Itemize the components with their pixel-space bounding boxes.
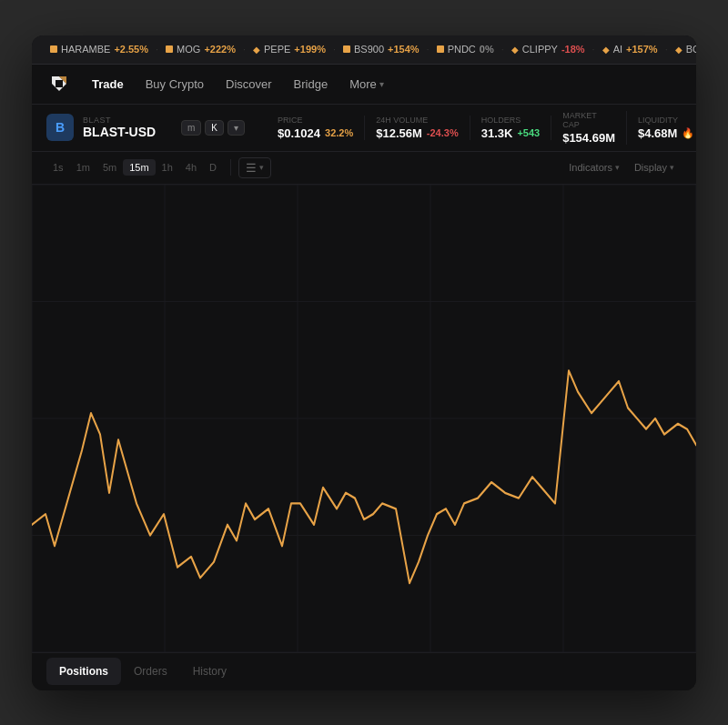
price-line bbox=[32, 370, 696, 583]
key-k-button[interactable]: K bbox=[205, 120, 224, 136]
nav-bridge[interactable]: Bridge bbox=[285, 72, 338, 96]
holders-value: 31.3K bbox=[481, 126, 513, 140]
nav-more[interactable]: More ▾ bbox=[340, 72, 393, 96]
chart-type-icon: ☰ bbox=[246, 161, 257, 175]
stat-market-cap: Market Cap $154.69M bbox=[551, 111, 627, 145]
ticker-item-mog[interactable]: MOG +222% bbox=[158, 44, 243, 55]
timeframe-1s[interactable]: 1s bbox=[46, 159, 70, 176]
ticker-item-pndc[interactable]: PNDC 0% bbox=[430, 44, 501, 55]
token-controls: m K ▾ bbox=[181, 120, 245, 136]
key-m-button[interactable]: m bbox=[181, 120, 201, 136]
timeframe-4h[interactable]: 4h bbox=[179, 159, 203, 176]
token-dropdown[interactable]: ▾ bbox=[228, 120, 245, 136]
token-name-block: BLAST BLAST-USD bbox=[83, 116, 156, 139]
token-bar: B BLAST BLAST-USD m K ▾ Price $0.1024 32… bbox=[32, 105, 696, 152]
ticker-item-harambe[interactable]: HARAMBE +2.55% bbox=[43, 44, 156, 55]
holders-change: +543 bbox=[517, 127, 540, 138]
tab-history[interactable]: History bbox=[180, 658, 239, 685]
token-full-name: BLAST-USD bbox=[83, 125, 156, 139]
liquidity-value: $4.68M bbox=[638, 126, 677, 140]
diamond-icon: ◆ bbox=[602, 45, 610, 55]
timeframe-15m[interactable]: 15m bbox=[123, 159, 155, 176]
stat-volume: 24h volume $12.56M -24.3% bbox=[365, 116, 470, 140]
stat-holders: Holders 31.3K +543 bbox=[470, 116, 551, 140]
chevron-down-icon: ▾ bbox=[379, 79, 384, 89]
token-label: BLAST bbox=[83, 116, 156, 125]
nav-trade[interactable]: Trade bbox=[83, 72, 133, 96]
tab-positions[interactable]: Positions bbox=[46, 658, 121, 685]
app-window: HARAMBE +2.55% · MOG +222% · ◆ PEPE +199… bbox=[32, 35, 696, 690]
price-chart bbox=[32, 185, 696, 652]
ticker-item-bobo[interactable]: ◆ BOBO +133% bbox=[668, 44, 696, 55]
tab-orders[interactable]: Orders bbox=[121, 658, 180, 685]
timeframe-5m[interactable]: 5m bbox=[96, 159, 123, 176]
ticker-item-pepe[interactable]: ◆ PEPE +199% bbox=[246, 44, 333, 55]
ticker-item-bs900[interactable]: BS900 +154% bbox=[336, 44, 427, 55]
logo[interactable] bbox=[46, 71, 72, 96]
volume-change: -24.3% bbox=[427, 127, 459, 138]
chevron-down-icon: ▾ bbox=[615, 163, 620, 172]
price-value: $0.1024 bbox=[278, 126, 320, 140]
ticker-dot bbox=[437, 45, 444, 53]
ticker-item-clippy[interactable]: ◆ CLIPPY -18% bbox=[504, 44, 592, 55]
ticker-bar: HARAMBE +2.55% · MOG +222% · ◆ PEPE +199… bbox=[32, 35, 696, 65]
nav-bar: Trade Buy Crypto Discover Bridge More ▾ bbox=[32, 65, 696, 105]
volume-value: $12.56M bbox=[376, 126, 422, 140]
timeframe-1m[interactable]: 1m bbox=[70, 159, 96, 176]
stat-price: Price $0.1024 32.2% bbox=[267, 116, 365, 140]
ticker-item-ai[interactable]: ◆ AI +157% bbox=[595, 44, 665, 55]
nav-buy-crypto[interactable]: Buy Crypto bbox=[136, 72, 213, 96]
ticker-dot bbox=[50, 45, 57, 53]
bottom-tabs: Positions Orders History bbox=[32, 652, 696, 690]
diamond-icon: ◆ bbox=[511, 45, 519, 55]
ctrl-separator bbox=[230, 159, 231, 176]
ticker-dot bbox=[343, 45, 350, 53]
display-button[interactable]: Display ▾ bbox=[627, 159, 682, 176]
chart-type-button[interactable]: ☰ ▾ bbox=[238, 157, 271, 178]
timeframe-1h[interactable]: 1h bbox=[156, 159, 179, 176]
stat-liquidity: Liquidity $4.68M 🔥 bbox=[627, 116, 696, 140]
chevron-down-icon: ▾ bbox=[259, 163, 264, 172]
ticker-dot bbox=[166, 45, 173, 53]
chart-area[interactable] bbox=[32, 185, 696, 652]
price-change: 32.2% bbox=[325, 127, 353, 138]
indicators-button[interactable]: Indicators ▾ bbox=[561, 159, 627, 176]
chevron-down-icon: ▾ bbox=[670, 163, 674, 172]
token-identity: B BLAST BLAST-USD bbox=[46, 114, 174, 141]
chart-controls: 1s 1m 5m 15m 1h 4h D ☰ ▾ Indicators ▾ Di… bbox=[32, 152, 696, 185]
token-logo: B bbox=[46, 114, 74, 141]
diamond-icon: ◆ bbox=[253, 45, 260, 55]
nav-discover[interactable]: Discover bbox=[217, 72, 281, 96]
timeframe-d[interactable]: D bbox=[203, 159, 223, 176]
diamond-icon: ◆ bbox=[675, 45, 682, 55]
fire-icon: 🔥 bbox=[682, 127, 694, 139]
market-cap-value: $154.69M bbox=[562, 131, 615, 145]
